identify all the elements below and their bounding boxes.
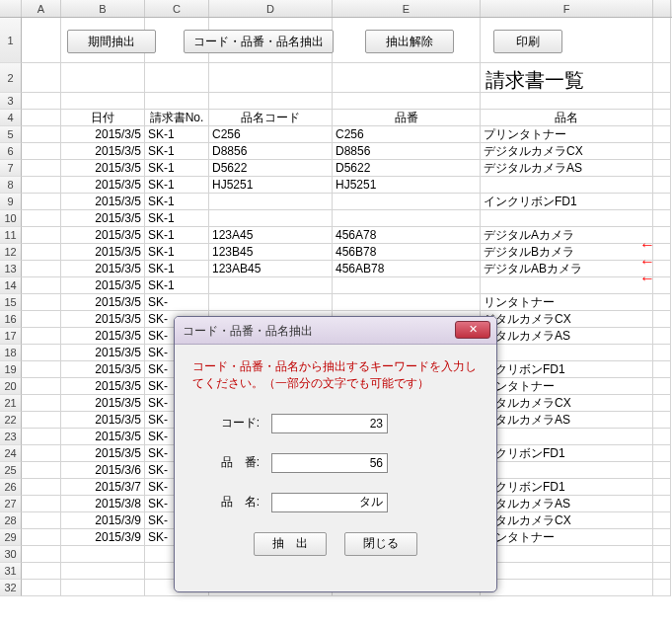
cell-code[interactable]: D5622 <box>209 160 333 177</box>
cell-code[interactable] <box>209 277 333 294</box>
cell[interactable] <box>22 512 61 529</box>
row-gutter[interactable]: 25 <box>0 462 22 479</box>
cell-code[interactable]: 123AB45 <box>209 261 333 277</box>
cell-invoice[interactable]: SK-1 <box>145 210 209 227</box>
cell-name[interactable] <box>481 345 653 361</box>
cell-invoice[interactable]: SK-1 <box>145 126 209 143</box>
cell-code[interactable]: 123B45 <box>209 244 333 261</box>
row-gutter[interactable]: 18 <box>0 345 22 361</box>
cell-date[interactable]: 2015/3/5 <box>61 361 145 378</box>
cell-code[interactable]: C256 <box>209 126 333 143</box>
cell-partno[interactable]: C256 <box>333 126 481 143</box>
cell-invoice[interactable]: SK-1 <box>145 244 209 261</box>
cell-name[interactable] <box>481 563 653 580</box>
row-gutter[interactable]: 30 <box>0 546 22 563</box>
cell-name[interactable]: ンクリボンFD1 <box>481 479 653 496</box>
cell-invoice[interactable]: SK-1 <box>145 227 209 244</box>
cell[interactable] <box>22 412 61 429</box>
row-gutter[interactable]: 26 <box>0 479 22 496</box>
cell[interactable] <box>22 126 61 143</box>
row-gutter[interactable]: 24 <box>0 445 22 462</box>
cell-invoice[interactable]: SK-1 <box>145 194 209 210</box>
cell-date[interactable]: 2015/3/5 <box>61 378 145 395</box>
cell-invoice[interactable]: SK- <box>145 294 209 311</box>
cell-name[interactable]: リンタトナー <box>481 529 653 546</box>
cell[interactable] <box>22 529 61 546</box>
cell[interactable] <box>22 445 61 462</box>
row-gutter[interactable]: 9 <box>0 194 22 210</box>
cell-name[interactable] <box>481 429 653 445</box>
cell-partno[interactable]: D8856 <box>333 143 481 160</box>
cell-invoice[interactable]: SK-1 <box>145 143 209 160</box>
cell-date[interactable]: 2015/3/5 <box>61 294 145 311</box>
row-gutter[interactable]: 8 <box>0 177 22 194</box>
col-header-D[interactable]: D <box>209 0 333 17</box>
dialog-titlebar[interactable]: コード・品番・品名抽出 ✕ <box>175 317 496 345</box>
cell-date[interactable]: 2015/3/5 <box>61 277 145 294</box>
cell[interactable] <box>22 277 61 294</box>
cell-partno[interactable] <box>333 294 481 311</box>
cell-code[interactable] <box>209 210 333 227</box>
row-gutter[interactable]: 16 <box>0 311 22 328</box>
cell[interactable] <box>22 546 61 563</box>
cell-date[interactable]: 2015/3/5 <box>61 210 145 227</box>
cell[interactable] <box>22 361 61 378</box>
cell-date[interactable]: 2015/3/9 <box>61 512 145 529</box>
row-gutter[interactable]: 5 <box>0 126 22 143</box>
cell-date[interactable]: 2015/3/5 <box>61 244 145 261</box>
cell-code[interactable]: 123A45 <box>209 227 333 244</box>
cell-partno[interactable] <box>333 277 481 294</box>
row-gutter[interactable]: 11 <box>0 227 22 244</box>
cell[interactable] <box>22 479 61 496</box>
cell[interactable] <box>22 311 61 328</box>
cell-name[interactable] <box>481 210 653 227</box>
cell-name[interactable]: リンタトナー <box>481 378 653 395</box>
row-gutter[interactable]: 7 <box>0 160 22 177</box>
cell-date[interactable]: 2015/3/5 <box>61 311 145 328</box>
cell-name[interactable]: ンクリボンFD1 <box>481 361 653 378</box>
cell-date[interactable]: 2015/3/5 <box>61 194 145 210</box>
cell-name[interactable] <box>481 177 653 194</box>
cell-name[interactable]: デジタルカメラAS <box>481 160 653 177</box>
cell-date[interactable]: 2015/3/5 <box>61 429 145 445</box>
col-header-B[interactable]: B <box>61 0 145 17</box>
period-extract-button[interactable]: 期間抽出 <box>67 30 156 53</box>
cell[interactable] <box>22 328 61 345</box>
row-gutter[interactable]: 2 <box>0 63 22 93</box>
cell-code[interactable]: HJ5251 <box>209 177 333 194</box>
cell-partno[interactable]: 456A78 <box>333 227 481 244</box>
cell-partno[interactable]: HJ5251 <box>333 177 481 194</box>
cell[interactable] <box>22 563 61 580</box>
cell[interactable] <box>22 210 61 227</box>
cell[interactable] <box>22 462 61 479</box>
partno-input[interactable] <box>271 453 388 473</box>
row-gutter[interactable]: 19 <box>0 361 22 378</box>
cell-invoice[interactable]: SK-1 <box>145 177 209 194</box>
cell[interactable] <box>22 496 61 512</box>
cell[interactable] <box>22 395 61 412</box>
col-header-C[interactable]: C <box>145 0 209 17</box>
cell-name[interactable]: ジタルカメラAS <box>481 412 653 429</box>
cell-name[interactable] <box>481 546 653 563</box>
cell-name[interactable] <box>481 277 653 294</box>
cell-date[interactable]: 2015/3/5 <box>61 160 145 177</box>
row-gutter[interactable]: 14 <box>0 277 22 294</box>
row-gutter[interactable]: 4 <box>0 110 22 126</box>
cell-partno[interactable]: 456AB78 <box>333 261 481 277</box>
cell-name[interactable]: インクリボンFD1 <box>481 194 653 210</box>
cell-date[interactable]: 2015/3/9 <box>61 529 145 546</box>
cell-date[interactable]: 2015/3/5 <box>61 445 145 462</box>
cell-date[interactable]: 2015/3/5 <box>61 177 145 194</box>
col-header-F[interactable]: F <box>481 0 653 17</box>
cell-date[interactable]: 2015/3/5 <box>61 261 145 277</box>
cell-invoice[interactable]: SK-1 <box>145 277 209 294</box>
cell-name[interactable] <box>481 462 653 479</box>
cell-partno[interactable]: 456B78 <box>333 244 481 261</box>
cell-name[interactable]: ジタルカメラCX <box>481 311 653 328</box>
cell-date[interactable]: 2015/3/7 <box>61 479 145 496</box>
cell[interactable] <box>22 244 61 261</box>
cell[interactable] <box>22 160 61 177</box>
row-gutter[interactable]: 22 <box>0 412 22 429</box>
cell-date[interactable]: 2015/3/6 <box>61 462 145 479</box>
cell[interactable] <box>22 194 61 210</box>
